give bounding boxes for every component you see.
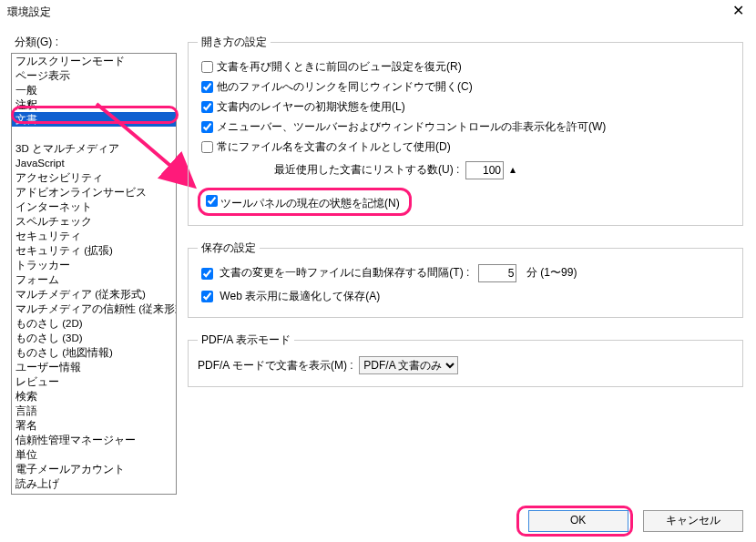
highlight-tool-panel: ツールパネルの現在の状態を記憶(N) [198,188,412,216]
list-item[interactable]: 一般 [12,83,176,97]
list-item[interactable]: JavaScript [12,156,176,170]
list-item[interactable]: 注釈 [12,97,176,112]
recent-docs-label: 最近使用した文書にリストする数(U) : [274,163,459,176]
optimize-web-checkbox[interactable] [201,291,213,302]
save-legend: 保存の設定 [198,240,260,256]
list-item[interactable]: ものさし (2D) [12,316,176,331]
list-item[interactable]: インターネット [12,199,176,214]
category-label: 分類(G) : [15,35,58,50]
restore-view-label: 文書を再び開くときに前回のビュー設定を復元(R) [217,60,462,73]
pdfa-group: PDF/A 表示モード PDF/A モードで文書を表示(M) : PDF/A 文… [188,332,743,387]
list-item[interactable]: ユーザー情報 [12,360,176,374]
autosave-input[interactable] [478,264,516,282]
layer-state-label: 文書内のレイヤーの初期状態を使用(L) [217,100,405,113]
spinner-icon[interactable]: ▴ [507,163,518,176]
highlight-ok: OK [516,506,633,537]
file-title-checkbox[interactable] [201,141,213,153]
ok-button[interactable]: OK [528,510,628,532]
autosave-unit: 分 (1〜99) [526,266,577,279]
file-title-label: 常にファイル名を文書のタイトルとして使用(D) [217,140,451,153]
autosave-label: 文書の変更を一時ファイルに自動保存する間隔(T) : [220,266,469,279]
pdfa-label: PDF/A モードで文書を表示(M) : [198,359,353,372]
list-item[interactable]: 言語 [12,404,176,418]
restore-view-checkbox[interactable] [201,61,213,73]
window-title: 環境設定 [7,5,51,18]
list-item[interactable]: マルチメディアの信頼性 (従来形式) [12,302,176,316]
list-item[interactable]: トラッカー [12,258,176,272]
autosave-checkbox[interactable] [201,268,213,280]
optimize-web-label: Web 表示用に最適化して保存(A) [220,290,380,302]
same-window-label: 他のファイルへのリンクを同じウィンドウで開く(C) [217,80,473,93]
tool-panel-checkbox[interactable] [206,195,218,207]
list-item[interactable]: ページ表示 [12,68,176,83]
list-item[interactable]: レビュー [12,374,176,389]
allow-hide-checkbox[interactable] [201,121,213,133]
list-item[interactable]: 署名 [12,418,176,433]
list-item[interactable]: 電子メールアカウント [12,462,176,476]
list-item[interactable]: 単位 [12,447,176,462]
allow-hide-label: メニューバー、ツールバーおよびウィンドウコントロールの非表示化を許可(W) [217,120,606,133]
open-settings-group: 開き方の設定 文書を再び開くときに前回のビュー設定を復元(R) 他のファイルへの… [188,35,743,226]
list-item[interactable]: 3D とマルチメディア [12,141,176,156]
layer-state-checkbox[interactable] [201,101,213,113]
list-item[interactable]: セキュリティ [12,229,176,243]
cancel-button[interactable]: キャンセル [643,510,743,532]
list-item[interactable]: ものさし (地図情報) [12,345,176,360]
category-list[interactable]: フルスクリーンモードページ表示一般注釈文書 3D とマルチメディアJavaScr… [11,53,177,495]
same-window-checkbox[interactable] [201,81,213,93]
list-item[interactable]: 読み上げ [12,476,176,491]
pdfa-legend: PDF/A 表示モード [198,332,294,348]
tool-panel-label: ツールパネルの現在の状態を記憶(N) [220,197,400,210]
list-item[interactable]: フォーム [12,272,176,287]
list-item[interactable]: 検索 [12,389,176,404]
list-item[interactable]: アクセシビリティ [12,170,176,185]
save-settings-group: 保存の設定 文書の変更を一時ファイルに自動保存する間隔(T) : 分 (1〜99… [188,240,743,318]
list-item[interactable]: 文書 [12,112,176,127]
list-item[interactable]: マルチメディア (従来形式) [12,287,176,302]
pdfa-select[interactable]: PDF/A 文書のみ [359,356,458,374]
list-item[interactable]: 信頼性管理マネージャー [12,433,176,447]
list-item[interactable]: フルスクリーンモード [12,54,176,68]
list-item[interactable]: アドビオンラインサービス [12,185,176,199]
list-item[interactable]: スペルチェック [12,214,176,229]
list-item[interactable]: セキュリティ (拡張) [12,243,176,258]
recent-docs-input[interactable] [465,161,504,179]
list-item[interactable] [12,127,176,141]
close-icon[interactable]: ✕ [720,0,756,24]
list-item[interactable]: ものさし (3D) [12,331,176,345]
open-legend: 開き方の設定 [198,35,271,50]
